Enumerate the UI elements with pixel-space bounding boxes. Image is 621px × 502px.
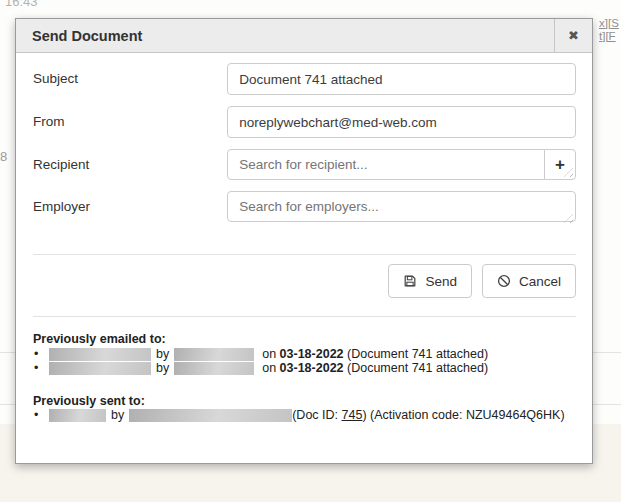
- by-label: by: [111, 408, 124, 422]
- activation-code-text: ) (Activation code: NZU49464Q6HK): [362, 408, 564, 422]
- on-label: on: [262, 361, 279, 375]
- doc-id-prefix: (Doc ID:: [292, 408, 341, 422]
- ban-icon: [497, 274, 511, 288]
- recipient-search-input[interactable]: [227, 149, 545, 180]
- close-icon: ✖: [568, 28, 579, 43]
- emailed-entry: byon 03-18-2022 (Document 741 attached): [33, 347, 578, 362]
- dialog-header: Send Document ✖: [16, 19, 592, 53]
- recipient-label: Recipient: [33, 149, 227, 180]
- background-timestamp: 16:43: [5, 0, 38, 9]
- history-section: Previously emailed to: byon 03-18-2022 (…: [33, 332, 578, 423]
- sent-heading: Previously sent to:: [33, 394, 578, 409]
- send-button[interactable]: Send: [388, 264, 472, 298]
- redacted-recipient: [49, 348, 151, 361]
- dialog-title: Send Document: [16, 19, 554, 52]
- redacted-sender: [129, 409, 292, 422]
- from-label: From: [33, 106, 227, 138]
- recipient-row: Recipient +: [33, 149, 576, 180]
- email-note: (Document 741 attached): [344, 361, 489, 375]
- from-input[interactable]: [227, 106, 576, 138]
- redacted-sender: [174, 348, 254, 361]
- dialog-actions: Send Cancel: [388, 264, 576, 298]
- doc-id-link[interactable]: 745: [342, 408, 363, 422]
- redacted-sender: [174, 362, 254, 375]
- employer-search-input[interactable]: [227, 191, 576, 222]
- subject-input[interactable]: [227, 63, 576, 95]
- by-label: by: [156, 347, 169, 361]
- save-icon: [403, 274, 417, 288]
- emailed-entry: byon 03-18-2022 (Document 741 attached): [33, 361, 578, 376]
- email-date: 03-18-2022: [280, 347, 344, 361]
- close-button[interactable]: ✖: [554, 19, 592, 52]
- employer-row: Employer: [33, 191, 576, 226]
- divider: [33, 316, 576, 317]
- divider: [33, 254, 576, 255]
- cancel-button[interactable]: Cancel: [482, 264, 576, 298]
- redacted-recipient: [49, 362, 151, 375]
- plus-icon: +: [555, 155, 565, 175]
- on-label: on: [262, 347, 279, 361]
- background-links: x][S t][F: [599, 17, 619, 43]
- email-date: 03-18-2022: [280, 361, 344, 375]
- cancel-button-label: Cancel: [519, 274, 561, 289]
- emailed-heading: Previously emailed to:: [33, 332, 578, 347]
- send-button-label: Send: [425, 274, 457, 289]
- subject-label: Subject: [33, 63, 227, 95]
- background-link-1[interactable]: x][S: [599, 17, 619, 30]
- email-note: (Document 741 attached): [344, 347, 489, 361]
- by-label: by: [156, 361, 169, 375]
- subject-row: Subject: [33, 63, 576, 95]
- sent-entry: by(Doc ID: 745) (Activation code: NZU494…: [33, 408, 578, 423]
- redacted-recipient: [49, 409, 106, 422]
- from-row: From: [33, 106, 576, 138]
- background-link-2[interactable]: t][F: [599, 30, 619, 43]
- employer-label: Employer: [33, 191, 227, 226]
- background-number: 8: [0, 149, 7, 164]
- send-document-dialog: Send Document ✖ Subject From Recipient +…: [15, 18, 593, 464]
